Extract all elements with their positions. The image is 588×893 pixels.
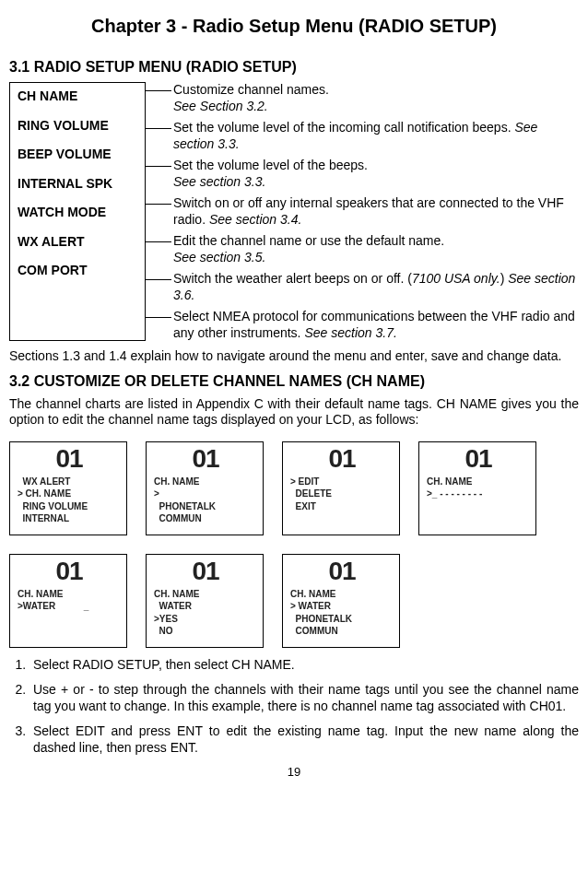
- lcd-lines: CH. NAME WATER >YES NO: [152, 586, 259, 638]
- lcd-lines: CH. NAME > WATER PHONETALK COMMUN: [288, 586, 395, 638]
- lcd-screen-6: 01 CH. NAME WATER >YES NO: [146, 554, 264, 648]
- desc-text: Edit the channel name or use the default…: [173, 233, 444, 248]
- desc-text-post: ): [500, 271, 509, 286]
- see-ref: See section 3.7.: [304, 325, 396, 340]
- see-ref: See section 3.5.: [173, 250, 265, 264]
- desc-ring-volume: Set the volume level of the incoming cal…: [146, 120, 579, 152]
- step-2: Use + or - to step through the channels …: [29, 682, 579, 714]
- menu-description-column: Customize channel names. See Section 3.2…: [146, 82, 579, 341]
- steps-list: Select RADIO SETUP, then select CH NAME.…: [9, 657, 579, 757]
- desc-text: Customize channel names.: [173, 82, 329, 97]
- step-1: Select RADIO SETUP, then select CH NAME.: [29, 657, 579, 674]
- menu-box: CH NAME RING VOLUME BEEP VOLUME INTERNAL…: [9, 82, 146, 341]
- desc-internal-spk: Switch on or off any internal speakers t…: [146, 195, 579, 228]
- section-3-2-intro: The channel charts are listed in Appendi…: [9, 396, 579, 429]
- lcd-lines: CH. NAME >WATER _: [16, 586, 123, 613]
- lcd-channel-number: 01: [288, 558, 395, 586]
- leader-line-icon: [146, 317, 171, 318]
- lcd-channel-number: 01: [16, 446, 123, 474]
- menu-item-wx-alert: WX ALERT: [18, 234, 137, 251]
- lcd-lines: CH. NAME > PHONETALK COMMUN: [152, 474, 259, 525]
- lcd-channel-number: 01: [152, 446, 259, 474]
- lcd-channel-number: 01: [16, 558, 123, 586]
- leader-line-icon: [146, 279, 171, 280]
- lcd-lines: > EDIT DELETE EXIT: [288, 474, 395, 513]
- see-ref: See section 3.3.: [173, 174, 265, 189]
- lcd-screen-2: 01 CH. NAME > PHONETALK COMMUN: [146, 441, 264, 535]
- desc-wx-alert: Switch the weather alert beeps on or off…: [146, 271, 579, 303]
- lcd-channel-number: 01: [288, 446, 395, 474]
- see-ref: See Section 3.2.: [173, 99, 268, 113]
- step-3: Select EDIT and press ENT to edit the ex…: [29, 723, 579, 756]
- menu-item-beep-volume: BEEP VOLUME: [18, 147, 137, 163]
- after-menu-paragraph: Sections 1.3 and 1.4 explain how to navi…: [9, 348, 579, 365]
- menu-item-com-port: COM PORT: [18, 263, 137, 279]
- menu-definition-block: CH NAME RING VOLUME BEEP VOLUME INTERNAL…: [9, 82, 579, 341]
- lcd-screen-4: 01 CH. NAME >_ - - - - - - - -: [418, 441, 536, 535]
- chapter-title: Chapter 3 - Radio Setup Menu (RADIO SETU…: [9, 15, 579, 38]
- desc-text: Set the volume level of the incoming cal…: [173, 120, 514, 135]
- lcd-screen-7: 01 CH. NAME > WATER PHONETALK COMMUN: [282, 554, 400, 648]
- section-3-1-heading: 3.1 RADIO SETUP MENU (RADIO SETUP): [9, 58, 579, 76]
- desc-watch-mode: Edit the channel name or use the default…: [146, 233, 579, 265]
- leader-line-icon: [146, 204, 171, 205]
- menu-item-watch-mode: WATCH MODE: [18, 205, 137, 221]
- lcd-channel-number: 01: [152, 558, 259, 586]
- lcd-channel-number: 01: [425, 446, 532, 474]
- desc-text-pre: Switch the weather alert beeps on or off…: [173, 271, 412, 286]
- desc-com-port: Select NMEA protocol for communications …: [146, 309, 579, 341]
- menu-item-internal-spk: INTERNAL SPK: [18, 176, 137, 193]
- leader-line-icon: [146, 166, 171, 167]
- leader-line-icon: [146, 241, 171, 242]
- desc-ch-name: Customize channel names. See Section 3.2…: [146, 82, 579, 114]
- desc-text-ital: 7100 USA only.: [412, 271, 500, 286]
- desc-text: Set the volume level of the beeps.: [173, 158, 368, 172]
- lcd-screenshots: 01 WX ALERT > CH. NAME RING VOLUME INTER…: [9, 441, 579, 648]
- lcd-screen-5: 01 CH. NAME >WATER _: [9, 554, 127, 648]
- page-number: 19: [9, 765, 579, 780]
- leader-line-icon: [146, 128, 171, 129]
- lcd-screen-1: 01 WX ALERT > CH. NAME RING VOLUME INTER…: [9, 441, 127, 535]
- desc-beep-volume: Set the volume level of the beeps. See s…: [146, 158, 579, 190]
- menu-item-ch-name: CH NAME: [18, 88, 137, 105]
- lcd-lines: CH. NAME >_ - - - - - - - -: [425, 474, 532, 500]
- see-ref: See section 3.4.: [209, 212, 301, 227]
- menu-item-ring-volume: RING VOLUME: [18, 118, 137, 135]
- lcd-screen-3: 01 > EDIT DELETE EXIT: [282, 441, 400, 535]
- section-3-2-heading: 3.2 CUSTOMIZE OR DELETE CHANNEL NAMES (C…: [9, 372, 579, 391]
- lcd-lines: WX ALERT > CH. NAME RING VOLUME INTERNAL: [16, 474, 123, 525]
- leader-line-icon: [146, 90, 171, 91]
